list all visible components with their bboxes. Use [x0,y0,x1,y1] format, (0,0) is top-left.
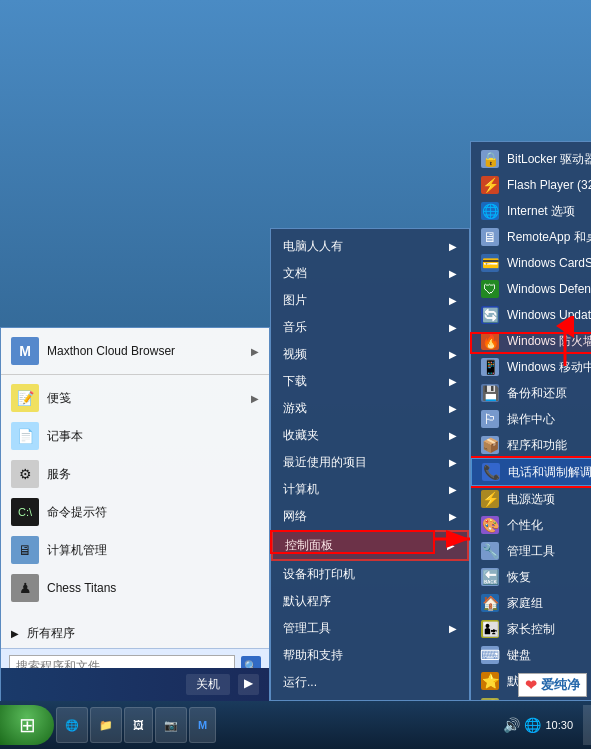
action-center-label: 操作中心 [507,411,555,428]
update-icon: 🔄 [481,306,499,324]
third-menu-mobility[interactable]: 📱 Windows 移动中心 [471,354,591,380]
third-menu-admin-tools[interactable]: 🔧 管理工具 [471,538,591,564]
tray-icon-2: 🌐 [524,717,541,733]
personalize-label: 个性化 [507,517,543,534]
third-menu-internet-options[interactable]: 🌐 Internet 选项 [471,198,591,224]
bitlocker-label: BitLocker 驱动器加密 [507,151,591,168]
second-menu-video[interactable]: 视频 ▶ [271,341,469,368]
start-button[interactable]: ⊞ [0,705,54,745]
shutdown-button[interactable]: 关机 [186,674,230,695]
third-menu-update[interactable]: 🔄 Windows Update [471,302,591,328]
cmd-icon: C:\ [11,498,39,526]
third-menu-homegroup[interactable]: 🏠 家庭组 [471,590,591,616]
third-menu-personalize[interactable]: 🎨 个性化 [471,512,591,538]
second-menu-control-panel[interactable]: 控制面板 ▶ [271,530,469,561]
download-arrow: ▶ [449,376,457,387]
start-menu-item-notepad[interactable]: 📄 记事本 [1,417,269,455]
backup-label: 备份和还原 [507,385,567,402]
run-label: 运行... [283,674,317,691]
remoteapp-label: RemoteApp 和桌面连接 [507,229,591,246]
help-label: 帮助和支持 [283,647,343,664]
update-label: Windows Update [507,308,591,322]
maxthon-taskbar-icon: M [198,719,207,731]
start-menu-item-service[interactable]: ⚙ 服务 [1,455,269,493]
parental-label: 家长控制 [507,621,555,638]
third-menu-phone-modem[interactable]: 📞 电话和调制解调器 [471,458,591,486]
third-menu-firewall[interactable]: 🔥 Windows 防火墙 [471,328,591,354]
second-menu-games[interactable]: 游戏 ▶ [271,395,469,422]
third-menu-backup[interactable]: 💾 备份和还原 [471,380,591,406]
start-menu-item-chess[interactable]: ♟ Chess Titans [1,569,269,607]
second-menu-favorites[interactable]: 收藏夹 ▶ [271,422,469,449]
defender-label: Windows Defender [507,282,591,296]
taskbar-ie[interactable]: 🌐 [56,707,88,743]
credentials-icon: 🔑 [481,698,499,701]
taskbar-maxthon[interactable]: M [189,707,216,743]
third-menu-parental[interactable]: 👨‍👧 家长控制 [471,616,591,642]
second-menu-devices[interactable]: 设备和打印机 [271,561,469,588]
third-menu-power[interactable]: ⚡ 电源选项 [471,486,591,512]
show-desktop-button[interactable] [583,705,591,745]
second-menu-run[interactable]: 运行... [271,669,469,696]
taskbar-explorer[interactable]: 📁 [90,707,122,743]
third-menu-recovery[interactable]: 🔙 恢复 [471,564,591,590]
computer-label: 计算机 [283,481,319,498]
start-menu-item-computer[interactable]: 🖥 计算机管理 [1,531,269,569]
third-menu-cardspace[interactable]: 💳 Windows CardSpace [471,250,591,276]
download-label: 下载 [283,373,307,390]
default-label: 默认程序 [283,593,331,610]
notepad-label: 记事本 [47,428,83,445]
note-label: 便笺 [47,390,71,407]
second-menu-diannao[interactable]: 电脑人人有 ▶ [271,233,469,260]
music-label: 音乐 [283,319,307,336]
third-menu-defender[interactable]: 🛡 Windows Defender [471,276,591,302]
control-panel-arrow: ▶ [447,540,455,551]
third-menu-action-center[interactable]: 🏳 操作中心 [471,406,591,432]
default-programs-icon: ⭐ [481,672,499,690]
second-menu-music[interactable]: 音乐 ▶ [271,314,469,341]
chess-label: Chess Titans [47,581,116,595]
second-menu-mgmt-tools[interactable]: 管理工具 ▶ [271,615,469,642]
network-label: 网络 [283,508,307,525]
second-menu-network[interactable]: 网络 ▶ [271,503,469,530]
start-menu-item-note[interactable]: 📝 便笺 ▶ [1,379,269,417]
second-menu-recent[interactable]: 最近使用的项目 ▶ [271,449,469,476]
start-menu-item-cmd[interactable]: C:\ 命令提示符 [1,493,269,531]
recent-arrow: ▶ [449,457,457,468]
ie-icon: 🌐 [65,719,79,732]
start-menu-item-maxthon[interactable]: M Maxthon Cloud Browser ▶ [1,332,269,370]
favorites-arrow: ▶ [449,430,457,441]
backup-icon: 💾 [481,384,499,402]
second-menu-computer[interactable]: 计算机 ▶ [271,476,469,503]
taskbar-item4[interactable]: 📷 [155,707,187,743]
power-label: 电源选项 [507,491,555,508]
parental-icon: 👨‍👧 [481,620,499,638]
note-icon: 📝 [11,384,39,412]
third-menu-flash[interactable]: ⚡ Flash Player (32 位) [471,172,591,198]
second-menu-default[interactable]: 默认程序 [271,588,469,615]
third-menu-keyboard[interactable]: ⌨ 键盘 [471,642,591,668]
mobility-icon: 📱 [481,358,499,376]
keyboard-icon: ⌨ [481,646,499,664]
second-menu-pictures[interactable]: 图片 ▶ [271,287,469,314]
diannao-arrow: ▶ [449,241,457,252]
third-menu-remoteapp[interactable]: 🖥 RemoteApp 和桌面连接 [471,224,591,250]
tray-time: 10:30 [545,719,573,731]
second-menu-help[interactable]: 帮助和支持 [271,642,469,669]
cardspace-icon: 💳 [481,254,499,272]
taskbar-tray: 🔊 🌐 10:30 [495,717,581,733]
second-menu-docs[interactable]: 文档 ▶ [271,260,469,287]
docs-label: 文档 [283,265,307,282]
diannao-label: 电脑人人有 [283,238,343,255]
shutdown-arrow[interactable]: ▶ [238,674,259,695]
second-menu: 电脑人人有 ▶ 文档 ▶ 图片 ▶ 音乐 ▶ 视频 ▶ 下载 ▶ 游戏 ▶ 收藏… [270,228,470,701]
third-menu-bitlocker[interactable]: 🔒 BitLocker 驱动器加密 [471,146,591,172]
programs-label: 程序和功能 [507,437,567,454]
third-menu-programs[interactable]: 📦 程序和功能 [471,432,591,458]
all-programs-item[interactable]: ▶ 所有程序 [1,619,269,648]
second-menu-download[interactable]: 下载 ▶ [271,368,469,395]
watermark: ❤ 爱纯净 [518,673,587,697]
mobility-label: Windows 移动中心 [507,359,591,376]
taskbar-item3[interactable]: 🖼 [124,707,153,743]
notepad-icon: 📄 [11,422,39,450]
